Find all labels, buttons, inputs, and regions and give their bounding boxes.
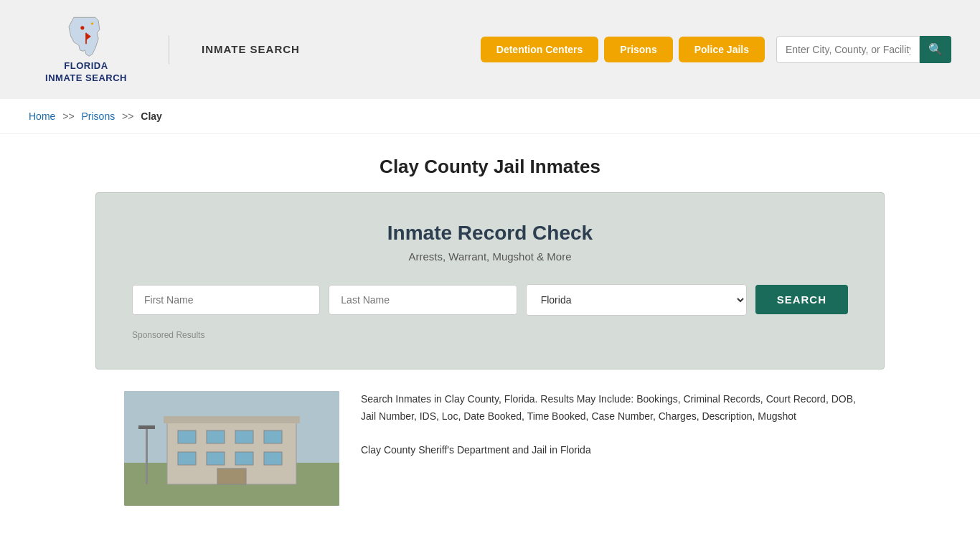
- page-title: Clay County Jail Inmates: [14, 156, 966, 178]
- logo-area: FLORIDA INMATE SEARCH: [29, 14, 143, 85]
- breadcrumb-sep1: >>: [62, 110, 74, 122]
- logo-title: FLORIDA INMATE SEARCH: [45, 60, 127, 85]
- first-name-input[interactable]: [132, 285, 320, 315]
- content-subtitle: Clay County Sheriff's Department and Jai…: [361, 442, 856, 459]
- svg-rect-18: [138, 425, 155, 429]
- svg-rect-7: [164, 416, 300, 423]
- header-search-button[interactable]: 🔍: [920, 36, 951, 63]
- breadcrumb-prisons-link[interactable]: Prisons: [82, 110, 116, 122]
- state-select[interactable]: Florida Alabama Georgia Tennessee: [526, 284, 747, 316]
- header: FLORIDA INMATE SEARCH INMATE SEARCH Dete…: [0, 0, 980, 99]
- header-search-input[interactable]: [776, 36, 920, 63]
- breadcrumb-current: Clay: [141, 110, 162, 122]
- prisons-button[interactable]: Prisons: [604, 37, 672, 62]
- svg-rect-16: [217, 468, 246, 484]
- police-jails-button[interactable]: Police Jails: [679, 37, 765, 62]
- search-card: Inmate Record Check Arrests, Warrant, Mu…: [95, 192, 885, 369]
- svg-rect-15: [264, 452, 282, 465]
- svg-rect-8: [178, 430, 196, 443]
- breadcrumb-home-link[interactable]: Home: [29, 110, 55, 122]
- search-icon: 🔍: [928, 43, 943, 55]
- search-button[interactable]: SEARCH: [755, 285, 848, 314]
- content-section: Search Inmates in Clay County, Florida. …: [95, 391, 885, 534]
- svg-rect-10: [235, 430, 253, 443]
- page-title-area: Clay County Jail Inmates: [0, 134, 980, 192]
- svg-rect-11: [264, 430, 282, 443]
- building-image: [124, 391, 339, 506]
- main-nav: Detention Centers Prisons Police Jails 🔍: [481, 36, 951, 63]
- breadcrumb-sep2: >>: [122, 110, 133, 122]
- header-search-box: 🔍: [776, 36, 951, 63]
- svg-point-3: [91, 22, 93, 24]
- content-description: Search Inmates in Clay County, Florida. …: [361, 391, 856, 425]
- search-card-title: Inmate Record Check: [132, 222, 848, 245]
- inmate-search-label: INMATE SEARCH: [202, 43, 300, 55]
- sponsored-label: Sponsored Results: [132, 330, 848, 340]
- svg-rect-12: [178, 452, 196, 465]
- last-name-input[interactable]: [329, 285, 517, 315]
- detention-centers-button[interactable]: Detention Centers: [481, 37, 599, 62]
- breadcrumb: Home >> Prisons >> Clay: [0, 99, 980, 134]
- content-description-area: Search Inmates in Clay County, Florida. …: [361, 391, 856, 459]
- svg-rect-14: [235, 452, 253, 465]
- header-divider: [169, 35, 169, 64]
- svg-rect-13: [207, 452, 225, 465]
- search-card-subtitle: Arrests, Warrant, Mugshot & More: [132, 250, 848, 263]
- svg-rect-17: [146, 427, 148, 484]
- inmate-search-form: Florida Alabama Georgia Tennessee SEARCH: [132, 284, 848, 316]
- florida-map-icon: [61, 14, 111, 57]
- svg-point-2: [80, 26, 84, 29]
- svg-rect-9: [207, 430, 225, 443]
